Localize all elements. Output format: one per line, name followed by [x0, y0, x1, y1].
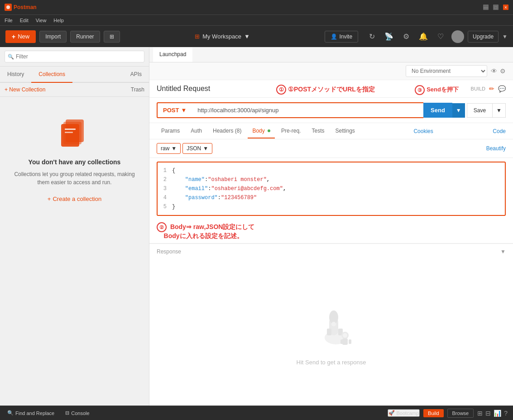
- beautify-button[interactable]: Beautify: [486, 145, 506, 152]
- build-button[interactable]: Build: [423, 409, 443, 417]
- grid-bottom-icon[interactable]: ⊞: [477, 410, 483, 417]
- tab-launchpad[interactable]: Launchpad: [153, 48, 192, 62]
- menu-file[interactable]: File: [5, 18, 13, 23]
- sidebar-item-collections[interactable]: Collections: [31, 67, 72, 83]
- sidebar-item-history[interactable]: History: [0, 67, 31, 83]
- close-button[interactable]: ×: [503, 5, 508, 10]
- menu-view[interactable]: View: [36, 18, 47, 23]
- cookies-link[interactable]: Cookies: [413, 128, 433, 134]
- collection-empty-icon: [57, 115, 93, 151]
- console-icon: ⊟: [65, 410, 69, 416]
- tab-auth[interactable]: Auth: [186, 124, 206, 138]
- env-select[interactable]: No Environment: [406, 65, 487, 77]
- bottom-right: 🚀 Bootcamp Build Browse ⊞ ⊟ 📊 ?: [388, 409, 508, 418]
- minimize-button[interactable]: —: [483, 5, 489, 10]
- bell-icon[interactable]: 🔔: [417, 30, 430, 43]
- refresh-icon[interactable]: ↻: [365, 30, 378, 43]
- tab-tests[interactable]: Tests: [307, 124, 329, 138]
- search-bottom-icon: 🔍: [7, 410, 14, 416]
- bottom-icons: ⊞ ⊟ 📊 ?: [477, 410, 508, 417]
- edit-icon[interactable]: ✏: [489, 85, 494, 92]
- svg-rect-5: [65, 129, 76, 130]
- filter-input[interactable]: [5, 51, 144, 62]
- code-line-5: 5 }: [158, 202, 505, 211]
- console-button[interactable]: ⊟ Console: [63, 409, 91, 417]
- build-label: BUILD: [471, 86, 485, 91]
- trash-button[interactable]: Trash: [131, 86, 144, 93]
- method-select[interactable]: POST ▼: [157, 102, 192, 118]
- runner-button[interactable]: Runner: [70, 31, 100, 43]
- plus-create-icon: +: [48, 196, 51, 202]
- env-bar: No Environment 👁 ⚙: [149, 62, 513, 80]
- split-icon[interactable]: ⊟: [485, 410, 491, 417]
- upgrade-button[interactable]: Upgrade: [468, 31, 499, 43]
- browse-button[interactable]: Browse: [447, 409, 474, 418]
- request-wrapper: ①①POSTメソッドでURLを指定 Untitled Request BUILD…: [149, 80, 513, 243]
- save-button[interactable]: Save: [467, 103, 493, 118]
- format-select[interactable]: JSON ▼: [182, 143, 212, 154]
- tab-prereq[interactable]: Pre-req.: [277, 124, 305, 138]
- tab-body[interactable]: Body: [248, 124, 275, 138]
- env-icons: 👁 ⚙: [491, 67, 506, 75]
- svg-rect-10: [327, 329, 331, 335]
- save-dropdown-button[interactable]: ▼: [493, 103, 506, 118]
- plus-icon: +: [12, 33, 15, 40]
- tab-headers[interactable]: Headers (8): [208, 124, 246, 138]
- help-icon[interactable]: ?: [504, 410, 508, 417]
- settings-icon[interactable]: ⚙: [400, 30, 412, 43]
- window-controls: — □ ×: [483, 5, 508, 10]
- new-button[interactable]: + New: [5, 30, 36, 43]
- restore-button[interactable]: □: [493, 5, 499, 10]
- content-area: Launchpad No Environment 👁 ⚙ ①①POSTメソッドで…: [149, 47, 513, 406]
- heart-icon[interactable]: ♡: [434, 30, 447, 43]
- raw-chevron-icon: ▼: [171, 145, 177, 152]
- code-editor[interactable]: 1 { 2 "name":"oshaberi monster", 3 "emai…: [157, 162, 506, 216]
- response-chevron-icon[interactable]: ▼: [500, 248, 506, 255]
- body-type-select[interactable]: raw ▼: [157, 143, 181, 154]
- main-layout: 🔍 History Collections APIs + New Collect…: [0, 47, 513, 406]
- workspace-selector[interactable]: ⊞ My Workspace ▼: [195, 33, 250, 40]
- bottom-bar: 🔍 Find and Replace ⊟ Console 🚀 Bootcamp …: [0, 406, 513, 420]
- chart-icon[interactable]: 📊: [494, 410, 501, 417]
- rocket-illustration: [304, 299, 359, 353]
- send-dropdown-button[interactable]: ▼: [452, 103, 465, 118]
- url-input[interactable]: [192, 102, 423, 118]
- import-button[interactable]: Import: [39, 31, 67, 43]
- invite-button[interactable]: 👤 Invite: [325, 31, 358, 43]
- create-collection-button[interactable]: + Create a collection: [48, 196, 101, 202]
- code-line-2: 2 "name":"oshaberi monster",: [158, 175, 505, 184]
- layout-button[interactable]: ⊞: [104, 31, 120, 43]
- body-dot: [268, 129, 270, 132]
- sidebar-actions: + New Collection Trash: [0, 83, 149, 97]
- empty-title: You don't have any collections: [29, 158, 121, 166]
- svg-rect-4: [61, 124, 79, 147]
- tab-params[interactable]: Params: [157, 124, 184, 138]
- toolbar-icons: ↻ 📡 ⚙ 🔔 ♡: [365, 30, 464, 43]
- find-replace-button[interactable]: 🔍 Find and Replace: [5, 409, 56, 417]
- sidebar-item-apis[interactable]: APIs: [123, 67, 149, 83]
- eye-icon[interactable]: 👁: [491, 67, 497, 75]
- response-empty: Hit Send to get a response: [149, 259, 513, 406]
- response-header: Response ▼: [149, 243, 513, 259]
- menu-edit[interactable]: Edit: [20, 18, 29, 23]
- avatar[interactable]: [451, 30, 464, 43]
- comment-icon[interactable]: 💬: [498, 85, 506, 92]
- settings-env-icon[interactable]: ⚙: [500, 67, 506, 75]
- tab-settings[interactable]: Settings: [331, 124, 359, 138]
- code-line-3: 3 "email":"oshaberi@abcdefg.com",: [158, 184, 505, 193]
- postman-logo-icon: [5, 4, 12, 11]
- send-button[interactable]: Send: [423, 103, 452, 118]
- bootcamp-icon: 🚀: [388, 410, 395, 416]
- bootcamp-button[interactable]: 🚀 Bootcamp: [388, 409, 420, 417]
- menu-help[interactable]: Help: [53, 18, 64, 23]
- code-link[interactable]: Code: [493, 128, 506, 134]
- response-empty-msg: Hit Send to get a response: [297, 359, 366, 366]
- sub-tabs: Params Auth Headers (8) Body Pre-req. Te…: [149, 123, 513, 139]
- upgrade-chevron-icon[interactable]: ▼: [502, 33, 508, 40]
- svg-point-1: [6, 5, 10, 9]
- request-title: Untitled Request: [157, 85, 210, 93]
- new-collection-button[interactable]: + New Collection: [5, 86, 45, 93]
- satellite-icon[interactable]: 📡: [383, 30, 395, 43]
- response-label: Response: [157, 248, 181, 255]
- svg-rect-15: [340, 339, 343, 344]
